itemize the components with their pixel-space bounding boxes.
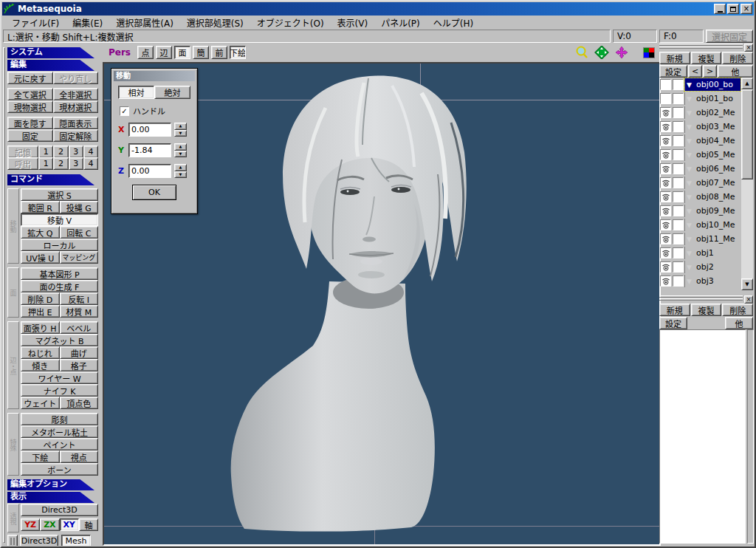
view-toggle-button[interactable]: 面 (174, 46, 190, 59)
material-tool-button[interactable]: 材質 M (60, 305, 99, 318)
menu-item[interactable]: 選択部処理(S) (180, 15, 250, 30)
recall-slot-button[interactable]: 4 (83, 157, 98, 170)
object-name-cell[interactable]: ▼ obj07_Me (684, 177, 740, 189)
y-value-input[interactable] (128, 143, 171, 157)
display-header[interactable]: 表示 (7, 492, 98, 503)
weight-tool-button[interactable]: ウェイト (21, 397, 60, 409)
handle-checkbox[interactable]: ✓ (120, 106, 129, 116)
object-name-cell[interactable]: ▼ obj10_Me (684, 219, 740, 231)
object-name-cell[interactable]: ▼ obj02_Me (684, 106, 740, 119)
viewport-canvas[interactable]: 移動 相対 絶対 ✓ ハンドル X ▲ ▼ Y ▲ (103, 62, 661, 546)
object-visibility-cell[interactable] (660, 79, 671, 90)
absolute-toggle-button[interactable]: 絶対 (154, 86, 190, 99)
memory-slot-button[interactable]: 1 (38, 145, 53, 158)
x-value-input[interactable] (128, 123, 171, 137)
object-visibility-cell[interactable] (660, 121, 671, 132)
select-object-button[interactable]: 現物選択 (7, 100, 53, 113)
memory-slot-button[interactable]: 4 (83, 145, 98, 158)
underlay-tool-button[interactable]: 下絵 (21, 451, 60, 463)
viewpoint-tool-button[interactable]: 視点 (60, 451, 99, 463)
object-lock-cell[interactable] (673, 135, 684, 146)
twist-tool-button[interactable]: ねじれ (21, 346, 60, 359)
object-lock-cell[interactable] (673, 275, 684, 287)
metaball-tool-button[interactable]: メタボール粘土 (21, 425, 98, 438)
object-row[interactable]: ▼ obj07_Me (659, 176, 753, 190)
deselect-all-button[interactable]: 全非選択 (53, 88, 99, 100)
object-other-button[interactable]: 他 (718, 65, 753, 78)
memory-button[interactable]: 記憶 (7, 145, 38, 158)
magnet-tool-button[interactable]: マグネット B (21, 334, 98, 346)
menu-item[interactable]: ヘルプ(H) (427, 15, 480, 30)
hide-face-button[interactable]: 面を隠す (7, 117, 53, 129)
expand-triangle-icon[interactable]: ▼ (687, 137, 696, 145)
spin-up-icon[interactable]: ▲ (174, 123, 187, 130)
extrude-tool-button[interactable]: 押出 E (21, 305, 60, 318)
material-color-swatch[interactable] (643, 47, 655, 58)
object-row[interactable]: ▼ obj2 (659, 260, 753, 274)
spin-up-icon[interactable]: ▲ (174, 143, 187, 151)
object-prev-button[interactable]: < (688, 65, 702, 78)
object-visibility-cell[interactable] (660, 135, 671, 146)
plane-yz-button[interactable]: YZ (21, 518, 40, 531)
spin-down-icon[interactable]: ▼ (174, 151, 187, 158)
object-name-cell[interactable]: ▼ obj05_Me (684, 148, 740, 161)
object-lock-cell[interactable] (673, 79, 684, 90)
object-visibility-cell[interactable] (660, 177, 671, 188)
expand-triangle-icon[interactable]: ▼ (687, 95, 696, 103)
object-row[interactable]: ▼ obj3 (659, 274, 753, 288)
object-name-cell[interactable]: ▼ obj00_bo (684, 78, 740, 91)
uv-tool-button[interactable]: UV操 U (21, 251, 60, 264)
restore-button[interactable] (727, 4, 739, 14)
select-tool-button[interactable]: 選択 S (21, 188, 98, 201)
object-lock-cell[interactable] (673, 247, 684, 258)
material-delete-button[interactable]: 削除 (722, 304, 753, 316)
expand-triangle-icon[interactable]: ▼ (687, 208, 696, 215)
bone-tool-button[interactable]: ボーン (21, 463, 98, 476)
menu-item[interactable]: オブジェクト(O) (250, 15, 331, 30)
move-dialog-title[interactable]: 移動 (114, 71, 195, 81)
recall-slot-button[interactable]: 1 (38, 157, 53, 170)
redo-button[interactable]: やり直し (53, 72, 99, 84)
close-button[interactable]: × (740, 4, 752, 14)
expand-triangle-icon[interactable]: ▼ (687, 222, 696, 229)
delete-tool-button[interactable]: 削除 D (21, 292, 60, 305)
zoom-tool-icon[interactable] (574, 46, 589, 59)
object-name-cell[interactable]: ▼ obj1 (684, 247, 740, 259)
object-lock-cell[interactable] (673, 219, 684, 230)
selection-lock-button[interactable]: 選択固定 (706, 30, 753, 43)
command-panel-header[interactable]: コマンド (7, 174, 98, 185)
object-row[interactable]: ▼ obj1 (659, 246, 753, 260)
knife-tool-button[interactable]: ナイフ K (21, 384, 98, 397)
unfix-button[interactable]: 固定解除 (53, 129, 99, 142)
x-spinner[interactable]: ▲ ▼ (174, 123, 187, 137)
object-lock-cell[interactable] (673, 93, 684, 104)
undo-button[interactable]: 元に戻す (7, 72, 53, 84)
material-settings-button[interactable]: 設定 (659, 317, 687, 329)
footer-grip-icon[interactable] (7, 535, 18, 546)
minimize-button[interactable] (714, 4, 726, 14)
object-visibility-cell[interactable] (660, 163, 671, 174)
view-toggle-button[interactable]: 辺 (156, 46, 172, 59)
plane-zx-button[interactable]: ZX (40, 518, 59, 531)
recall-button[interactable]: 呼出 (7, 157, 38, 170)
object-row[interactable]: ▼ obj08_Me (659, 190, 753, 204)
edit-options-header[interactable]: 編集オプション (7, 479, 98, 490)
object-row[interactable]: ▼ obj11_Me (659, 232, 753, 246)
expand-triangle-icon[interactable]: ▼ (687, 250, 696, 257)
menu-item[interactable]: ファイル(F) (5, 15, 66, 30)
material-list-scroll-track[interactable] (747, 329, 754, 544)
object-visibility-cell[interactable] (660, 107, 671, 118)
menu-item[interactable]: 選択部属性(A) (109, 15, 180, 30)
memory-slot-button[interactable]: 2 (53, 145, 68, 158)
object-name-cell[interactable]: ▼ obj2 (684, 261, 740, 273)
object-settings-button[interactable]: 設定 (659, 65, 687, 78)
scroll-up-icon[interactable]: ▲ (741, 78, 753, 89)
vertex-color-tool-button[interactable]: 頂点色 (60, 397, 99, 409)
expand-triangle-icon[interactable]: ▼ (687, 193, 696, 201)
bend-tool-button[interactable]: 曲げ (60, 346, 99, 359)
object-lock-cell[interactable] (673, 191, 684, 202)
face-span-tool-button[interactable]: 面張り H (21, 321, 60, 334)
view-toggle-button[interactable]: 前 (211, 46, 227, 59)
make-face-tool-button[interactable]: 面の生成 F (21, 280, 98, 292)
bevel-tool-button[interactable]: ベベル (60, 321, 99, 334)
